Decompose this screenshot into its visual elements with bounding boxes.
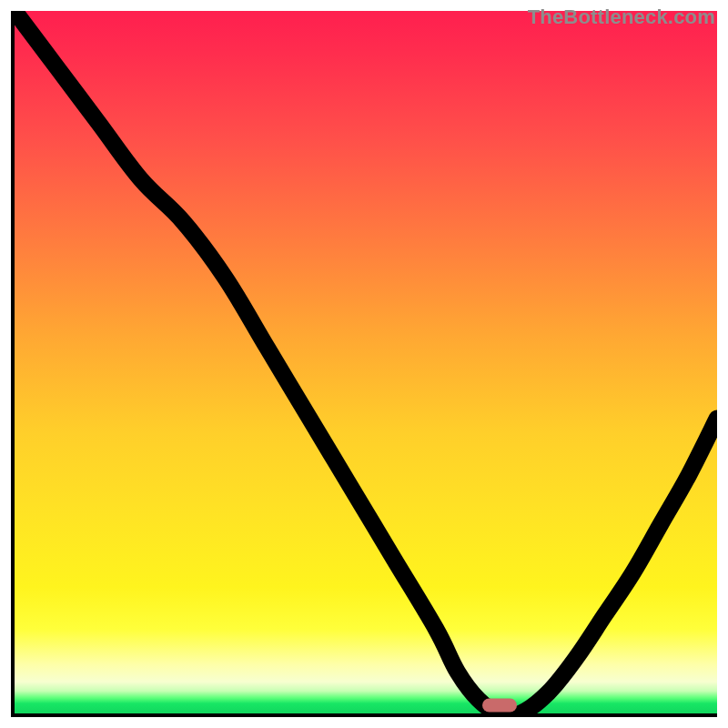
plot-area [11,11,717,717]
watermark-text: TheBottleneck.com [528,5,715,29]
chart-frame: TheBottleneck.com [0,0,728,728]
optimal-point-marker [482,699,517,713]
bottleneck-curve [15,11,717,713]
curve-path [15,11,717,713]
